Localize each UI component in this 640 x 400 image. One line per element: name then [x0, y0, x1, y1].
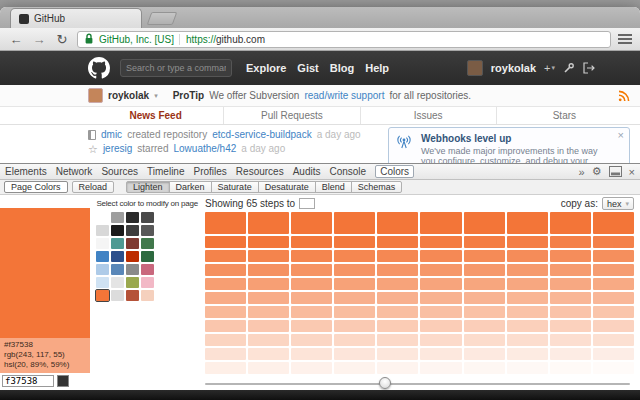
reload-colors-button[interactable]: Reload	[72, 181, 115, 193]
devtools-tab-timeline[interactable]: Timeline	[147, 166, 184, 177]
dock-icon[interactable]	[609, 166, 622, 177]
context-avatar[interactable]	[88, 88, 103, 103]
step-swatch[interactable]	[464, 292, 505, 304]
palette-swatch[interactable]	[96, 251, 109, 262]
github-search-input[interactable]	[120, 59, 232, 77]
step-swatch[interactable]	[507, 264, 548, 276]
step-swatch[interactable]	[334, 292, 375, 304]
new-tab-button[interactable]	[147, 12, 178, 25]
step-swatch[interactable]	[593, 320, 634, 332]
feed-tab-issues[interactable]: Issues	[360, 107, 496, 124]
step-swatch[interactable]	[291, 362, 332, 374]
forward-button[interactable]: →	[31, 33, 47, 46]
feed-tab-stars[interactable]: Stars	[496, 107, 632, 124]
step-swatch[interactable]	[550, 264, 591, 276]
feed-tab-pull-requests[interactable]: Pull Requests	[223, 107, 359, 124]
palette-swatch[interactable]	[111, 277, 124, 288]
palette-swatch[interactable]	[111, 225, 124, 236]
feed-target-link[interactable]: Lowuathe/h42	[173, 142, 236, 156]
palette-swatch[interactable]	[126, 290, 139, 301]
step-swatch[interactable]	[291, 278, 332, 290]
step-swatch[interactable]	[420, 334, 461, 346]
mode-button-blend[interactable]: Blend	[315, 181, 352, 193]
back-button[interactable]: ←	[8, 33, 24, 46]
palette-swatch[interactable]	[96, 238, 109, 249]
step-swatch[interactable]	[550, 334, 591, 346]
feed-actor-link[interactable]: dmic	[101, 128, 122, 142]
step-swatch[interactable]	[464, 250, 505, 262]
step-swatch[interactable]	[464, 278, 505, 290]
browser-tab-github[interactable]: GitHub	[10, 8, 142, 28]
tools-icon[interactable]	[563, 62, 575, 74]
step-swatch[interactable]	[334, 306, 375, 318]
step-swatch[interactable]	[205, 278, 246, 290]
step-swatch[interactable]	[464, 348, 505, 360]
step-swatch[interactable]	[464, 236, 505, 248]
step-swatch[interactable]	[205, 348, 246, 360]
step-swatch[interactable]	[507, 362, 548, 374]
palette-swatch[interactable]	[111, 290, 124, 301]
palette-swatch[interactable]	[126, 251, 139, 262]
hex-input[interactable]	[2, 375, 54, 387]
palette-swatch[interactable]	[141, 264, 154, 275]
step-swatch[interactable]	[291, 348, 332, 360]
step-swatch[interactable]	[593, 278, 634, 290]
mode-button-saturate[interactable]: Saturate	[211, 181, 259, 193]
step-swatch[interactable]	[550, 250, 591, 262]
devtools-tab-sources[interactable]: Sources	[101, 166, 138, 177]
step-swatch[interactable]	[507, 348, 548, 360]
step-swatch[interactable]	[334, 320, 375, 332]
palette-swatch[interactable]	[126, 264, 139, 275]
step-swatch[interactable]	[507, 320, 548, 332]
step-swatch[interactable]	[420, 292, 461, 304]
step-swatch[interactable]	[420, 320, 461, 332]
step-swatch[interactable]	[248, 362, 289, 374]
github-logo[interactable]	[88, 57, 110, 79]
step-swatch[interactable]	[464, 306, 505, 318]
step-swatch[interactable]	[464, 362, 505, 374]
step-swatch[interactable]	[420, 212, 461, 234]
step-swatch[interactable]	[550, 278, 591, 290]
step-swatch[interactable]	[420, 306, 461, 318]
palette-swatch[interactable]	[96, 277, 109, 288]
step-swatch[interactable]	[377, 264, 418, 276]
step-swatch[interactable]	[248, 320, 289, 332]
mode-button-darken[interactable]: Darken	[169, 181, 212, 193]
step-swatch[interactable]	[377, 250, 418, 262]
step-swatch[interactable]	[550, 348, 591, 360]
step-swatch[interactable]	[248, 292, 289, 304]
step-swatch[interactable]	[377, 292, 418, 304]
palette-swatch[interactable]	[126, 225, 139, 236]
header-username[interactable]: roykolak	[491, 62, 536, 74]
step-swatch[interactable]	[420, 236, 461, 248]
user-avatar[interactable]	[467, 60, 483, 76]
step-swatch[interactable]	[334, 334, 375, 346]
step-swatch[interactable]	[464, 320, 505, 332]
compare-swatch[interactable]	[57, 375, 69, 387]
overflow-chevrons-icon[interactable]: »	[579, 166, 585, 178]
step-swatch[interactable]	[248, 306, 289, 318]
palette-swatch[interactable]	[111, 238, 124, 249]
step-swatch[interactable]	[291, 264, 332, 276]
step-swatch[interactable]	[377, 348, 418, 360]
palette-swatch[interactable]	[141, 225, 154, 236]
devtools-tab-elements[interactable]: Elements	[5, 166, 47, 177]
step-swatch[interactable]	[291, 306, 332, 318]
step-swatch[interactable]	[550, 212, 591, 234]
step-swatch[interactable]	[507, 236, 548, 248]
step-swatch[interactable]	[205, 362, 246, 374]
palette-swatch[interactable]	[96, 264, 109, 275]
step-swatch[interactable]	[420, 264, 461, 276]
target-color-box[interactable]	[299, 198, 315, 209]
step-swatch[interactable]	[593, 306, 634, 318]
mode-button-desaturate[interactable]: Desaturate	[258, 181, 316, 193]
palette-swatch[interactable]	[111, 212, 124, 223]
feed-target-link[interactable]: etcd-service-buildpack	[212, 128, 312, 142]
step-swatch[interactable]	[248, 334, 289, 346]
step-swatch[interactable]	[420, 362, 461, 374]
step-swatch[interactable]	[507, 212, 548, 234]
sign-out-icon[interactable]	[583, 62, 595, 74]
palette-swatch[interactable]	[126, 212, 139, 223]
step-swatch[interactable]	[248, 250, 289, 262]
step-swatch[interactable]	[334, 212, 375, 234]
